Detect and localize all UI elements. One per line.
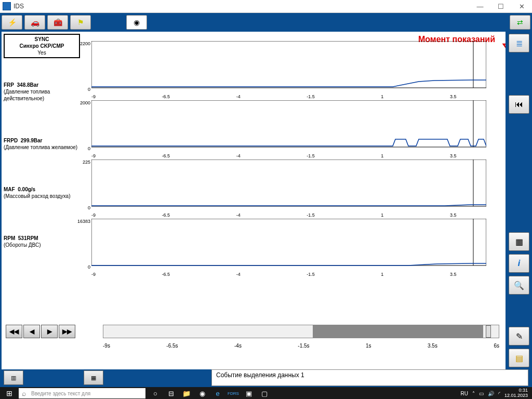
xticks: -9-6.5-4-1.513.56 [91,153,525,158]
sound-icon[interactable]: 🔊 [488,391,494,396]
chart-rpm[interactable]: 16383 0 -9-6.5-4-1.513.56 [82,219,530,276]
tool-toolbox-icon[interactable]: 🧰 [47,15,68,30]
minimize-button[interactable]: — [470,0,490,12]
xticks: -9-6.5-4-1.513.56 [91,212,525,218]
window-titlebar: IDS — ☐ ✕ [0,0,532,13]
sync-l2: Синхро CKP/CMP [19,43,64,49]
sync-box[interactable]: SYNC Синхро CKP/CMP Yes [4,34,80,58]
tool-gauge-icon[interactable]: ◉ [126,15,147,30]
charts-area: Момент показаний 2200 0 -9-6.5-4-1.513.5… [82,32,530,369]
param-maf: MAF 0.00g/s (Массовый расход воздуха) [4,186,80,200]
sync-l3: Yes [6,49,78,56]
step-fwd-button[interactable]: ▶ [41,325,58,338]
explorer-icon[interactable]: 📁 [179,387,194,399]
cortana-icon[interactable]: ○ [148,387,163,399]
skip-start-icon[interactable]: ⏮ [509,95,529,114]
battery-icon[interactable]: ▭ [479,391,484,396]
status-text: Событие выделения данных 1 [211,369,528,386]
zoom-icon[interactable]: 🔍 [509,276,529,295]
app-body: ⚡ 🚗 🧰 ⚑ ◉ ⇄ SYNC Синхро CKP/CMP Yes FRP … [0,13,532,387]
list-view-icon[interactable]: ≣ [509,34,529,52]
taskbar-search[interactable]: Введите здесь текст для [19,388,145,398]
param-column: SYNC Синхро CKP/CMP Yes FRP 348.8Bar (Да… [2,32,82,369]
xticks: -9-6.5-4-1.513.56 [91,94,525,99]
param-frp: FRP 348.8Bar (Давление топлива действите… [4,82,80,102]
taskview-icon[interactable]: ⊟ [163,387,179,399]
ffwd-button[interactable]: ▶▶ [59,325,75,338]
window-title: IDS [14,3,470,10]
chart-frpd[interactable]: 2000 0 -9-6.5-4-1.513.56 [82,100,530,157]
lang-indicator[interactable]: RU [461,391,468,396]
info-icon[interactable]: i [509,254,529,273]
tool-flag-icon[interactable]: ⚑ [70,15,91,30]
app1-icon[interactable]: ▣ [241,387,257,399]
rewind-button[interactable]: ◀◀ [6,325,22,338]
time-labels: -9s-6.5s-4s-1.5s1s3.5s6s [103,343,499,349]
stack-icon[interactable]: ▤ [509,349,529,367]
svg-rect-4 [91,159,486,206]
step-back-button[interactable]: ◀ [23,325,40,338]
right-toolbar: ≣ ⏮ ▦ i 🔍 ✎ ▤ [506,32,530,369]
chrome-icon[interactable]: ◉ [194,387,210,399]
windows-taskbar: ⊞ Введите здесь текст для ○ ⊟ 📁 ◉ e FDRS… [0,387,532,399]
param-frpd: FRPD 299.9Bar (Давление топлива желаемое… [4,137,80,151]
taskbar-clock[interactable]: 0:3112.01.2023 [504,388,528,398]
chart-maf[interactable]: 225 0 -9-6.5-4-1.513.56 [82,159,530,217]
app2-icon[interactable]: ▢ [257,387,272,399]
top-toolbar: ⚡ 🚗 🧰 ⚑ ◉ ⇄ [2,15,530,30]
playback-controls: ◀◀ ◀ ▶ ▶▶ [6,325,75,338]
start-button[interactable]: ⊞ [0,387,19,399]
report-icon[interactable]: ▥ [4,370,23,385]
param-rpm: RPM 531RPM (Обороты ДВС) [4,235,80,248]
sync-l1: SYNC [35,36,49,42]
system-tray: RU ˄ ▭ 🔊 ◜ 0:3112.01.2023 [461,388,533,398]
grid-icon[interactable]: ▦ [509,232,529,251]
chart-icon[interactable]: ▦ [84,370,103,385]
chart-panel: SYNC Синхро CKP/CMP Yes FRP 348.8Bar (Да… [2,32,530,369]
maximize-button[interactable]: ☐ [490,0,511,12]
tray-up-icon[interactable]: ˄ [472,391,475,396]
scrubber[interactable] [103,325,499,338]
fdrs-icon[interactable]: FDRS [225,387,241,399]
ie-icon[interactable]: e [210,387,225,399]
xticks: -9-6.5-4-1.513.56 [91,272,525,277]
bottom-bar: ▥ ▦ Событие выделения данных 1 [2,370,530,385]
tool-next-icon[interactable]: ⇄ [510,15,530,30]
close-button[interactable]: ✕ [511,0,532,12]
chart-frp[interactable]: 2200 0 -9-6.5-4-1.513.56 [82,41,530,98]
svg-rect-2 [91,100,486,147]
eraser-icon[interactable]: ✎ [509,327,529,345]
svg-rect-6 [91,219,486,265]
tool-connector-icon[interactable]: ⚡ [2,15,22,30]
wifi-icon[interactable]: ◜ [498,391,500,396]
tool-vehicle-icon[interactable]: 🚗 [24,15,45,30]
app-icon [3,2,11,10]
